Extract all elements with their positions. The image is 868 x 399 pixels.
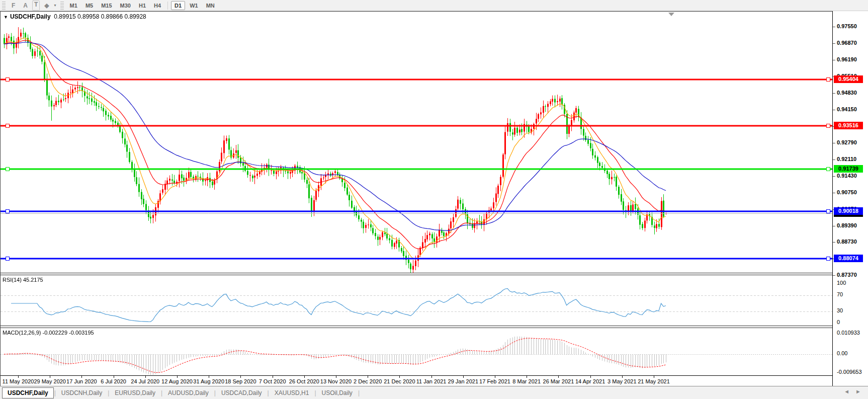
time-axis-tick	[336, 376, 336, 378]
chart-tab-audusd[interactable]: AUDUSD,Daily	[163, 388, 214, 398]
price-label: 0.96870	[837, 40, 857, 46]
price-label: 0.92110	[837, 156, 856, 162]
date-label: 11 Jan 2021	[416, 378, 447, 384]
time-axis-tick	[622, 376, 623, 378]
chart-tab-usoil[interactable]: USOil,Daily	[317, 388, 358, 398]
tab-divider: |	[358, 389, 360, 396]
date-label: 14 Apr 2021	[575, 378, 605, 384]
chart-tab-usdcad[interactable]: USDCAD,Daily	[216, 388, 267, 398]
price-tick	[833, 143, 835, 143]
time-axis[interactable]: 11 May 202029 May 202017 Jun 20206 Jul 2…	[1, 375, 832, 386]
symbol-dropdown-icon[interactable]: ▼	[4, 15, 8, 20]
price-label: 0.92790	[837, 139, 857, 145]
price-line-badge: 0.88074	[834, 255, 863, 262]
price-tick	[833, 159, 835, 160]
price-label: 0.88730	[837, 238, 857, 245]
fibonacci-tool-icon[interactable]: F	[8, 1, 19, 11]
time-axis-tick	[431, 376, 432, 378]
price-label: 0.91430	[837, 173, 857, 179]
date-label: 29 Jan 2021	[448, 378, 479, 384]
date-label: 26 Oct 2020	[289, 378, 319, 384]
time-axis-tick	[463, 376, 464, 378]
time-axis-tick	[50, 376, 50, 378]
price-tick	[833, 176, 835, 177]
macd-pane-canvas[interactable]	[1, 328, 832, 375]
date-label: 7 Oct 2020	[259, 378, 286, 384]
timeframe-button-d1[interactable]: D1	[171, 1, 185, 10]
time-axis-tick	[368, 376, 368, 378]
timeframe-button-m15[interactable]: M15	[98, 1, 115, 10]
date-label: 18 Sep 2020	[225, 378, 256, 384]
text-tool-icon[interactable]: T	[32, 1, 40, 11]
shapes-tool-icon[interactable]: ◆	[41, 1, 52, 11]
date-label: 13 Nov 2020	[320, 378, 352, 384]
chart-tab-usdcnh[interactable]: USDCNH,Daily	[56, 388, 107, 398]
rsi-axis-label: 30	[837, 307, 843, 313]
time-axis-tick	[654, 376, 654, 378]
toolbar-grip-2[interactable]	[60, 2, 64, 10]
timeframe-button-m30[interactable]: M30	[117, 1, 134, 10]
label-tool-icon[interactable]: A	[20, 1, 31, 11]
chart-tab-bar: USDCHF,Daily|USDCNH,Daily|EURUSD,Daily|A…	[0, 386, 868, 399]
chart-tab-eurusd[interactable]: EURUSD,Daily	[110, 388, 160, 398]
chart-symbol-period: USDCHF,Daily	[10, 13, 51, 20]
timeframe-button-h4[interactable]: H4	[150, 1, 164, 10]
rsi-pane: RSI(14) 45.2175	[1, 275, 832, 326]
time-axis-tick	[304, 376, 305, 378]
price-label: 0.97550	[837, 23, 857, 29]
price-tick	[833, 93, 835, 94]
timeframe-button-m1[interactable]: M1	[66, 1, 81, 10]
date-label: 11 May 2020	[3, 378, 34, 384]
date-label: 12 Aug 2020	[161, 378, 193, 384]
time-axis-tick	[240, 376, 241, 378]
price-label: 0.96190	[837, 56, 857, 62]
timeframe-button-m5[interactable]: M5	[82, 1, 97, 10]
macd-axis-label: 0.010933	[837, 330, 860, 336]
date-label: 2 Dec 2020	[354, 378, 382, 384]
date-label: 29 May 2020	[34, 378, 66, 384]
timeframe-button-w1[interactable]: W1	[186, 1, 202, 10]
macd-axis-label: -0.009653	[837, 369, 862, 375]
price-axis[interactable]: 0.975500.968700.961900.955100.948300.941…	[832, 11, 868, 386]
timeframe-button-h1[interactable]: H1	[135, 1, 149, 10]
date-label: 24 Jul 2020	[131, 378, 159, 384]
chart-tab-usdchf[interactable]: USDCHF,Daily	[2, 387, 54, 398]
rsi-axis-label: 100	[837, 280, 846, 286]
price-label: 0.94830	[837, 90, 857, 96]
tab-scroll-left-icon[interactable]: ◄	[841, 388, 852, 394]
macd-label: MACD(12,26,9) -0.002229 -0.003195	[3, 330, 94, 336]
price-pane: ▼USDCHF,Daily 0.89915 0.89958 0.89866 0.…	[1, 11, 832, 273]
time-axis-tick	[81, 376, 82, 378]
date-label: 26 Mar 2021	[543, 378, 574, 384]
date-label: 8 Mar 2021	[512, 378, 541, 384]
chart-tab-xauusd[interactable]: XAUUSD,H1	[270, 388, 314, 398]
price-tick	[833, 226, 835, 226]
chart-ohlc-values: 0.89915 0.89958 0.89866 0.89928	[54, 13, 146, 20]
timeframe-button-mn[interactable]: MN	[203, 1, 218, 10]
shapes-dropdown-caret[interactable]: ▾	[54, 3, 56, 8]
price-line-badge: 0.90018	[834, 207, 863, 215]
date-label: 6 Jul 2020	[101, 378, 126, 384]
price-pane-canvas[interactable]	[1, 12, 832, 273]
date-label: 21 Dec 2020	[384, 378, 415, 384]
price-label: 0.89390	[837, 222, 857, 228]
price-label: 0.87370	[837, 272, 857, 278]
price-line-badge: 0.93516	[834, 122, 863, 129]
time-axis-tick	[209, 376, 209, 378]
price-tick	[833, 242, 835, 243]
date-label: 17 Feb 2021	[479, 378, 510, 384]
chart-window: ▼USDCHF,Daily 0.89915 0.89958 0.89866 0.…	[0, 11, 868, 386]
time-axis-tick	[273, 376, 273, 378]
price-tick	[833, 193, 835, 193]
chart-shift-marker-icon[interactable]	[668, 13, 674, 16]
toolbar-grip[interactable]	[2, 2, 6, 10]
rsi-axis-label: 70	[837, 291, 843, 297]
date-label: 3 May 2021	[607, 378, 636, 384]
price-tick	[833, 27, 835, 27]
price-tick	[833, 60, 835, 60]
top-toolbar: FAT◆ ▾ M1M5M15M30H1H4D1W1MN	[0, 0, 868, 11]
rsi-pane-canvas[interactable]	[1, 275, 832, 326]
tab-scroll-right-icon[interactable]: ►	[852, 388, 864, 394]
chart-area: ▼USDCHF,Daily 0.89915 0.89958 0.89866 0.…	[0, 11, 832, 386]
time-axis-tick	[558, 376, 559, 378]
